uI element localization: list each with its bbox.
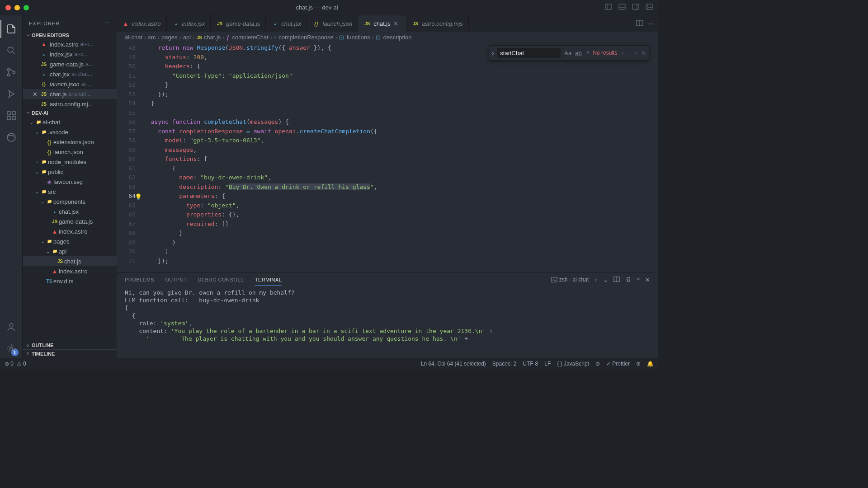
status-language[interactable]: { } JavaScript [557, 361, 589, 367]
match-word-icon[interactable]: ab [575, 50, 581, 56]
tree-item[interactable]: JSgame-data.js [23, 216, 117, 226]
status-position[interactable]: Ln 64, Col 64 (41 selected) [421, 361, 486, 367]
editor-tab[interactable]: JSchat.js✕ [358, 15, 406, 32]
status-errors[interactable]: ⊘ 0 ⚠ 0 [5, 361, 26, 367]
editor-tab[interactable]: ⬥index.jsx [167, 15, 211, 32]
new-terminal-icon[interactable]: + [594, 277, 598, 283]
search-tab[interactable] [0, 42, 22, 60]
terminal-selector[interactable]: zsh - ai-chat [551, 277, 589, 283]
status-spaces[interactable]: Spaces: 2 [492, 361, 516, 367]
project-section[interactable]: DEV-AI [23, 109, 117, 117]
layout-bottom-icon[interactable] [618, 3, 626, 12]
debug-tab[interactable] [0, 85, 22, 103]
customize-layout-icon[interactable] [646, 3, 653, 12]
breadcrumb-item[interactable]: api [183, 34, 191, 41]
breadcrumb-item[interactable]: ƒ completeChat [226, 34, 269, 41]
breadcrumb-item[interactable]: ⊡ functions [339, 34, 370, 41]
tree-item[interactable]: ◈favicon.svg [23, 177, 117, 187]
tree-item[interactable]: ▲index.astro [23, 226, 117, 236]
editor-tab[interactable]: ▲index.astro [117, 15, 167, 32]
open-editor-item[interactable]: ⬥index.jsxai-c... [23, 49, 117, 59]
breadcrumb-item[interactable]: ⊡ description [376, 34, 411, 41]
status-encoding[interactable]: UTF-8 [523, 361, 538, 367]
find-close-icon[interactable]: ✕ [641, 50, 646, 56]
maximize-window-button[interactable] [24, 5, 29, 10]
match-case-icon[interactable]: Aa [564, 50, 571, 56]
open-editor-item[interactable]: ▲index.astroai-c... [23, 39, 117, 49]
tree-item[interactable]: ⌄📁components [23, 197, 117, 206]
tree-item[interactable]: ▲index.astro [23, 266, 117, 276]
terminal-output[interactable]: Hi, can you give Dr. owen a refill on my… [117, 287, 658, 358]
breadcrumb-item[interactable]: src [148, 34, 156, 41]
tab-more-icon[interactable]: ⋯ [648, 20, 654, 27]
breadcrumb-item[interactable]: ▫ completionResponse [274, 34, 334, 41]
panel-tab[interactable]: TERMINAL [255, 274, 282, 286]
editor-tab[interactable]: JSgame-data.js [211, 15, 266, 32]
outline-section[interactable]: OUTLINE [23, 341, 117, 349]
breadcrumb-item[interactable]: pages [161, 34, 177, 41]
code-editor[interactable]: 4849505152535455565758596061626364💡65666… [117, 42, 658, 272]
account-tab[interactable] [0, 318, 22, 336]
breadcrumb-item[interactable]: ai-chat [125, 34, 142, 41]
tree-item[interactable]: ⌄📁ai-chat [23, 117, 117, 127]
tree-item[interactable]: ⌄📁public [23, 167, 117, 177]
find-next-icon[interactable]: ↓ [627, 50, 631, 56]
tree-item[interactable]: {}extensions.json [23, 137, 117, 147]
terminal-dropdown-icon[interactable]: ⌄ [603, 277, 608, 283]
layout-right-icon[interactable] [632, 3, 639, 12]
split-editor-icon[interactable] [636, 19, 643, 28]
minimize-window-button[interactable] [14, 5, 20, 10]
layout-left-icon[interactable] [605, 3, 612, 12]
tree-item[interactable]: ⬥chat.jsx [23, 206, 117, 216]
open-editor-item[interactable]: {}launch.jsonai-... [23, 79, 117, 89]
timeline-section[interactable]: TIMELINE [23, 349, 117, 358]
editor-tab[interactable]: ⬥chat.jsx [266, 15, 307, 32]
tree-item[interactable]: ⌄📁pages [23, 236, 117, 246]
status-feedback-icon[interactable]: ⊕ [636, 361, 641, 367]
tree-item[interactable]: ⌄📁api [23, 246, 117, 256]
panel-tab[interactable]: PROBLEMS [125, 274, 154, 285]
status-eslint-icon[interactable]: ⊘ [595, 361, 600, 367]
editor-tab[interactable]: JSastro.config.mjs [406, 15, 469, 32]
status-prettier[interactable]: ✓ Prettier [606, 361, 630, 367]
explorer-tab[interactable] [0, 20, 22, 38]
tree-item[interactable]: TSenv.d.ts [23, 276, 117, 286]
close-tab-icon[interactable]: ✕ [393, 20, 401, 27]
sidebar-more-icon[interactable]: ⋯ [105, 20, 110, 26]
find-prev-icon[interactable]: ↑ [621, 50, 624, 56]
breadcrumb[interactable]: ai-chat›src›pages›api›JSchat.js›ƒ comple… [117, 32, 658, 42]
source-control-tab[interactable] [0, 63, 22, 81]
tree-item[interactable]: JSchat.js [23, 256, 117, 266]
open-editors-section[interactable]: OPEN EDITORS [23, 31, 117, 39]
open-editor-item[interactable]: JSgame-data.jsa... [23, 59, 117, 69]
edge-tab[interactable] [0, 128, 22, 146]
open-editor-item[interactable]: JSastro.config.mj... [23, 99, 117, 109]
open-editor-item[interactable]: ⬥chat.jsxai-chat... [23, 69, 117, 79]
close-editor-icon[interactable]: ✕ [33, 91, 40, 98]
panel-tab[interactable]: DEBUG CONSOLE [198, 274, 244, 285]
open-editor-item[interactable]: ✕JSchat.jsai-chat/... [23, 89, 117, 99]
tree-item[interactable]: ›📁node_modules [23, 157, 117, 167]
find-input[interactable] [497, 48, 561, 58]
panel-tab[interactable]: OUTPUT [165, 274, 187, 285]
svg-rect-17 [12, 117, 15, 120]
find-expand-icon[interactable]: › [492, 50, 494, 56]
tree-item[interactable]: {}launch.json [23, 147, 117, 157]
breadcrumb-item[interactable]: JSchat.js [197, 34, 221, 41]
close-window-button[interactable] [5, 5, 11, 10]
panel-close-icon[interactable]: ✕ [645, 277, 650, 283]
panel-maximize-icon[interactable]: ^ [637, 277, 640, 283]
editor-tab[interactable]: {}launch.json [307, 15, 358, 32]
tree-item[interactable]: ⌄📁.vscode [23, 127, 117, 137]
settings-tab[interactable]: 1 [0, 340, 22, 358]
split-terminal-icon[interactable] [613, 276, 620, 284]
find-filter-icon[interactable]: ≡ [634, 50, 637, 56]
tree-item[interactable]: ⌄📁src [23, 187, 117, 197]
extensions-tab[interactable] [0, 107, 22, 125]
status-bell-icon[interactable]: 🔔 [647, 361, 654, 367]
status-eol[interactable]: LF [544, 361, 551, 367]
kill-terminal-icon[interactable] [625, 276, 632, 284]
svg-point-13 [13, 71, 15, 74]
bottom-panel: PROBLEMSOUTPUTDEBUG CONSOLETERMINAL zsh … [117, 272, 658, 358]
regex-icon[interactable]: .* [585, 50, 590, 56]
